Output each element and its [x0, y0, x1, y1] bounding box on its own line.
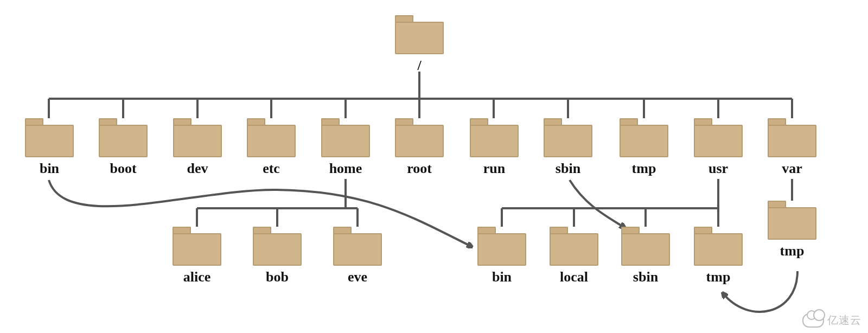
- folder-usr-local: local: [550, 227, 598, 285]
- folder-var: var: [768, 118, 816, 177]
- folder-label: tmp: [706, 269, 731, 285]
- folder-sbin: sbin: [544, 118, 592, 177]
- folder-icon: [768, 118, 816, 157]
- folder-icon: [550, 227, 598, 266]
- folder-icon: [694, 118, 743, 157]
- folder-home: home: [321, 118, 370, 177]
- folder-label: tmp: [632, 161, 656, 177]
- folder-icon: [173, 227, 221, 266]
- folder-label: /: [417, 57, 421, 74]
- folder-home-alice: alice: [173, 227, 221, 285]
- folder-run: run: [470, 118, 519, 177]
- folder-label: var: [782, 161, 802, 177]
- folder-label: etc: [263, 161, 280, 177]
- folder-dev: dev: [173, 118, 222, 177]
- folder-icon: [253, 227, 302, 266]
- folder-icon: [544, 118, 592, 157]
- folder-label: alice: [183, 269, 211, 285]
- folder-etc: etc: [247, 118, 296, 177]
- folder-label: dev: [187, 161, 208, 177]
- folder-label: home: [329, 161, 362, 177]
- folder-var-tmp: tmp: [768, 201, 816, 259]
- folder-icon: [247, 118, 296, 157]
- folder-label: local: [560, 269, 588, 285]
- folder-root-dir: root: [395, 118, 444, 177]
- folder-icon: [321, 118, 370, 157]
- folder-bin: bin: [25, 118, 74, 177]
- folder-label: bin: [492, 269, 512, 285]
- folder-usr-tmp: tmp: [694, 227, 743, 285]
- folder-icon: [333, 227, 382, 266]
- cloud-icon: [802, 313, 824, 328]
- folder-home-eve: eve: [333, 227, 382, 285]
- folder-label: root: [407, 161, 432, 177]
- folder-icon: [620, 118, 668, 157]
- folder-icon: [621, 227, 670, 266]
- folder-icon: [768, 201, 816, 240]
- folder-label: sbin: [633, 269, 658, 285]
- folder-usr-sbin: sbin: [621, 227, 670, 285]
- filesystem-tree-diagram: / bin boot dev etc home root run sbin tm…: [0, 0, 868, 333]
- folder-label: sbin: [556, 161, 580, 177]
- folder-icon: [694, 227, 743, 266]
- folder-icon: [99, 118, 148, 157]
- folder-label: bob: [266, 269, 289, 285]
- folder-label: usr: [709, 161, 728, 177]
- folder-usr: usr: [694, 118, 743, 177]
- watermark: 亿速云: [802, 313, 861, 328]
- watermark-text: 亿速云: [827, 313, 861, 328]
- folder-label: bin: [40, 161, 59, 177]
- folder-icon: [470, 118, 519, 157]
- folder-label: boot: [110, 161, 136, 177]
- folder-icon: [25, 118, 74, 157]
- folder-usr-bin: bin: [477, 227, 526, 285]
- folder-label: tmp: [780, 243, 805, 259]
- folder-icon: [173, 118, 222, 157]
- folder-label: run: [483, 161, 505, 177]
- folder-icon: [395, 15, 444, 54]
- folder-icon: [395, 118, 444, 157]
- folder-icon: [477, 227, 526, 266]
- folder-boot: boot: [99, 118, 148, 177]
- folder-root: /: [395, 15, 444, 74]
- folder-home-bob: bob: [253, 227, 302, 285]
- folder-tmp: tmp: [620, 118, 668, 177]
- folder-label: eve: [348, 269, 367, 285]
